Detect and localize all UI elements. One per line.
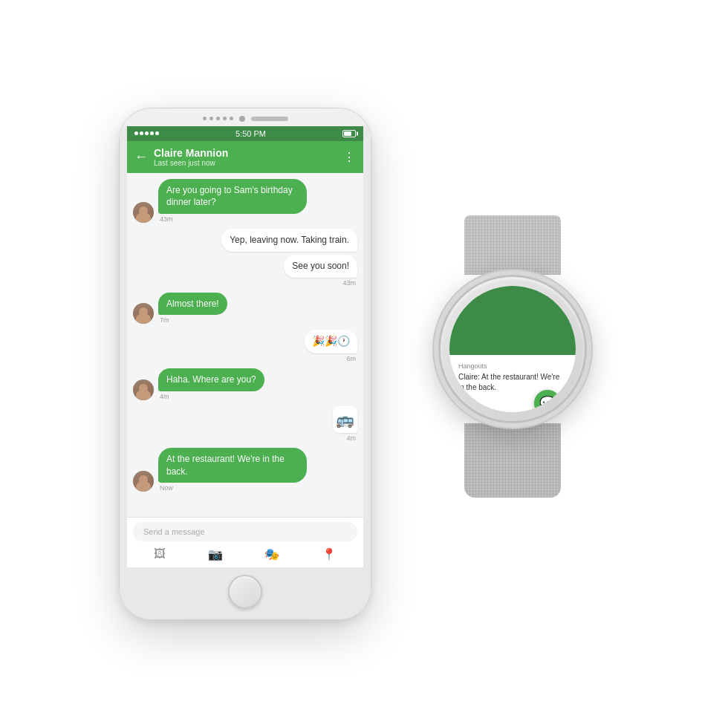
location-icon[interactable]: 📍 — [322, 547, 337, 561]
phone-screen: 5:50 PM ← Claire Mannion Last seen just … — [120, 126, 371, 567]
time-8: Now — [158, 484, 175, 492]
phone-dots — [203, 117, 233, 120]
gallery-icon[interactable]: 🖼 — [154, 547, 166, 561]
time-6: 4m — [158, 393, 171, 400]
bubble-2: Yep, leaving now. Taking train. — [221, 229, 357, 252]
back-button[interactable]: ← — [134, 150, 148, 163]
message-row-5: 🎉🎉🕐 6m — [133, 330, 357, 362]
watch-screen: 💬 Hangouts Claire: At the restaurant! We… — [449, 286, 576, 412]
phone-speaker — [251, 117, 288, 121]
bubble-3: See you soon! — [284, 255, 357, 278]
signal-dot5 — [155, 131, 159, 135]
time-3: 43m — [341, 279, 357, 287]
avatar-face-6 — [133, 379, 154, 400]
bubble-4: Almost there! — [158, 293, 227, 316]
message-row-4: Almost there! 7m — [133, 293, 357, 325]
bubble-1: Are you going to Sam's birthday dinner l… — [158, 179, 307, 215]
bubble-container-2: Yep, leaving now. Taking train. — [221, 229, 357, 252]
watch-case: 💬 Hangouts Claire: At the restaurant! We… — [438, 275, 587, 423]
signal-dot1 — [134, 131, 138, 135]
watch-band-bottom — [464, 423, 561, 498]
watch-screen-top — [449, 286, 576, 356]
contact-name: Claire Mannion — [154, 147, 337, 159]
avatar-face-4 — [133, 303, 154, 324]
contact-status: Last seen just now — [154, 159, 337, 167]
phone-bottom — [120, 567, 371, 619]
avatar-8 — [133, 471, 154, 492]
avatar-1 — [133, 202, 154, 223]
bubble-container-1: Are you going to Sam's birthday dinner l… — [158, 179, 307, 224]
message-input[interactable]: Send a message — [133, 522, 357, 541]
dot3 — [216, 117, 220, 120]
hangouts-symbol: 💬 — [539, 397, 556, 410]
bubble-container-4: Almost there! 7m — [158, 293, 227, 325]
avatar-face-1 — [133, 202, 154, 223]
phone-top-notch — [120, 108, 371, 126]
message-row-7: 🚌 4m — [133, 406, 357, 442]
menu-button[interactable]: ⋮ — [343, 150, 356, 164]
bubble-6: Haha. Where are you? — [158, 368, 264, 391]
time-7: 4m — [345, 434, 357, 442]
phone-camera — [239, 116, 245, 122]
camera-icon[interactable]: 📷 — [208, 547, 223, 561]
home-button[interactable] — [228, 575, 262, 609]
input-icons-bar: 🖼 📷 🎭 📍 — [133, 546, 357, 563]
message-row-3: See you soon! 43m — [133, 255, 357, 287]
message-row-8: At the restaurant! We're in the back. No… — [133, 448, 357, 492]
dot4 — [223, 117, 227, 120]
status-time: 5:50 PM — [235, 129, 266, 138]
time-1: 43m — [158, 215, 175, 223]
bubble-container-3: See you soon! 43m — [284, 255, 357, 287]
time-4: 7m — [158, 316, 171, 324]
signal-dot3 — [145, 131, 149, 135]
messages-area: Are you going to Sam's birthday dinner l… — [127, 173, 363, 517]
phone-body: 5:50 PM ← Claire Mannion Last seen just … — [119, 108, 371, 620]
input-area: Send a message 🖼 📷 🎭 📍 — [127, 517, 363, 567]
dot5 — [230, 117, 233, 120]
contact-info: Claire Mannion Last seen just now — [154, 147, 337, 167]
message-row-2: Yep, leaving now. Taking train. — [133, 229, 357, 252]
chat-header: ← Claire Mannion Last seen just now ⋮ — [127, 141, 363, 173]
dot1 — [203, 117, 207, 120]
watch-band-top — [464, 215, 561, 275]
signal-dot2 — [140, 131, 143, 135]
bubble-7: 🚌 — [333, 406, 357, 433]
sticker-icon[interactable]: 🎭 — [264, 547, 279, 561]
bubble-container-5: 🎉🎉🕐 6m — [305, 330, 357, 362]
bubble-container-8: At the restaurant! We're in the back. No… — [158, 448, 307, 492]
bubble-container-6: Haha. Where are you? 4m — [158, 368, 264, 400]
bubble-8: At the restaurant! We're in the back. — [158, 448, 307, 483]
bubble-container-7: 🚌 4m — [333, 406, 357, 442]
message-row-1: Are you going to Sam's birthday dinner l… — [133, 179, 357, 224]
scene: 5:50 PM ← Claire Mannion Last seen just … — [0, 0, 728, 727]
status-bar: 5:50 PM — [127, 126, 363, 141]
battery-icon — [342, 130, 356, 137]
time-5: 6m — [345, 355, 357, 362]
dot2 — [209, 117, 213, 120]
watch-crown — [586, 339, 587, 359]
avatar-4 — [133, 303, 154, 324]
watch-wrapper: 💬 Hangouts Claire: At the restaurant! We… — [416, 215, 609, 512]
phone-wrapper: 5:50 PM ← Claire Mannion Last seen just … — [119, 108, 371, 620]
bubble-5: 🎉🎉🕐 — [305, 330, 357, 353]
avatar-6 — [133, 379, 154, 400]
message-row-6: Haha. Where are you? 4m — [133, 368, 357, 400]
avatar-face-8 — [133, 471, 154, 492]
signal-dot4 — [150, 131, 154, 135]
battery-fill — [344, 131, 351, 136]
watch-app-name: Hangouts — [458, 362, 567, 370]
signal-bars — [134, 131, 159, 135]
